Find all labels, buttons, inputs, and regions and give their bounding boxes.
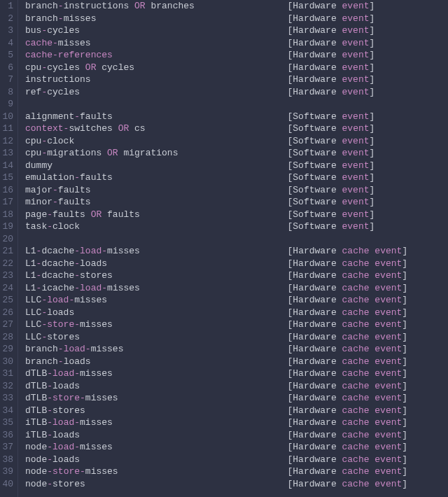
event-name: iTLB-load-misses xyxy=(25,416,113,429)
event-type: [Hardware cache event] xyxy=(288,270,408,282)
code-token: - xyxy=(47,381,52,391)
event-type: [Hardware cache event] xyxy=(288,405,408,417)
line-number: 4 xyxy=(0,37,13,50)
padding xyxy=(91,74,288,86)
padding xyxy=(80,331,287,344)
code-token: event xyxy=(342,38,370,48)
code-token: [Hardware xyxy=(288,283,342,293)
code-token: ] xyxy=(402,381,407,391)
code-line: cpu-cycles OR cycles [Hardware event] xyxy=(25,62,448,74)
code-token: dTLB xyxy=(25,368,47,379)
code-token: branch xyxy=(25,344,58,354)
code-token: [Hardware xyxy=(288,344,342,354)
code-token: misses xyxy=(80,442,113,452)
code-token: [Hardware xyxy=(288,417,342,428)
code-token: faults xyxy=(80,172,113,183)
code-token: ] xyxy=(370,1,375,11)
event-name: instructions xyxy=(25,74,91,86)
code-token: L1 xyxy=(25,258,36,269)
code-token: loads xyxy=(52,454,80,465)
code-token: event xyxy=(342,148,370,158)
code-token: cache event xyxy=(342,479,402,489)
event-name: node-stores xyxy=(25,478,85,491)
code-token: switches xyxy=(69,123,112,134)
padding xyxy=(134,62,287,74)
event-type: [Hardware cache event] xyxy=(288,429,408,442)
padding xyxy=(91,196,288,209)
event-type: [Hardware cache event] xyxy=(288,465,408,478)
code-token: loads xyxy=(64,356,91,367)
code-token: ] xyxy=(402,454,407,465)
padding xyxy=(146,122,288,135)
code-token: cycles xyxy=(47,25,80,36)
padding xyxy=(80,380,287,393)
code-line: cache-misses [Hardware event] xyxy=(25,37,448,50)
code-token: L1 xyxy=(25,270,36,281)
event-name: LLC-stores xyxy=(25,331,80,344)
code-token: misses xyxy=(80,319,113,330)
line-number: 2 xyxy=(0,13,13,25)
code-token: [Software xyxy=(288,148,342,158)
code-token: event xyxy=(342,209,370,220)
event-name: cpu-migrations OR migrations xyxy=(25,147,178,160)
code-line: ref-cycles [Hardware event] xyxy=(25,86,448,99)
event-name: cpu-clock xyxy=(25,135,74,148)
code-token: cache xyxy=(25,38,52,48)
code-line: L1-dcache-stores [Hardware cache event] xyxy=(25,270,448,282)
event-type: [Hardware cache event] xyxy=(288,416,408,429)
code-token: event xyxy=(342,111,370,122)
padding xyxy=(80,86,287,99)
line-number: 20 xyxy=(0,233,13,246)
code-token: ] xyxy=(370,209,375,220)
code-token: faults xyxy=(80,111,113,122)
padding xyxy=(113,318,288,331)
code-token: ] xyxy=(402,430,407,440)
code-token: - xyxy=(52,197,58,207)
code-content[interactable]: branch-instructions OR branches [Hardwar… xyxy=(18,0,448,497)
code-token: [Hardware xyxy=(288,258,342,269)
code-line: iTLB-loads [Hardware cache event] xyxy=(25,429,448,442)
padding xyxy=(113,368,288,380)
code-token: [Hardware xyxy=(288,270,342,281)
code-token: store xyxy=(47,319,74,330)
code-token: [Hardware xyxy=(287,25,342,36)
event-type: [Hardware event] xyxy=(288,0,375,13)
event-name: node-loads xyxy=(25,454,80,466)
code-token: LLC xyxy=(25,295,41,305)
code-token: - xyxy=(58,344,64,354)
code-line: L1-dcache-load-misses [Hardware cache ev… xyxy=(25,245,448,258)
code-line: dTLB-load-misses [Hardware cache event] xyxy=(25,368,448,380)
code-token: [Software xyxy=(288,197,342,207)
code-token: cache event xyxy=(342,466,402,477)
event-type: [Hardware cache event] xyxy=(288,392,408,405)
line-number: 29 xyxy=(0,343,13,356)
event-name: iTLB-loads xyxy=(25,429,80,442)
event-type: [Software event] xyxy=(287,135,374,148)
padding xyxy=(80,429,287,442)
code-token: - xyxy=(52,185,58,195)
code-token: bus xyxy=(25,25,41,36)
code-token: task xyxy=(25,221,47,232)
event-type: [Hardware cache event] xyxy=(288,343,408,356)
code-token: - xyxy=(74,111,80,122)
line-number: 12 xyxy=(0,135,13,148)
event-type: [Hardware cache event] xyxy=(287,331,407,344)
code-token: cache event xyxy=(342,442,402,452)
padding xyxy=(80,220,287,233)
code-token: ] xyxy=(402,417,407,428)
code-token: ] xyxy=(402,393,407,403)
code-token: alignment xyxy=(25,111,74,122)
code-token: load xyxy=(52,417,74,428)
event-name: LLC-load-misses xyxy=(25,294,107,307)
code-token: cpu xyxy=(25,148,41,158)
code-token: event xyxy=(342,13,370,24)
code-token: event xyxy=(342,87,370,97)
code-line xyxy=(25,233,448,246)
code-token: [Hardware xyxy=(288,356,342,367)
event-name: dummy xyxy=(25,160,52,172)
code-token: - xyxy=(47,209,52,220)
code-token: [Hardware xyxy=(288,393,342,403)
padding xyxy=(91,37,288,50)
padding xyxy=(113,416,288,429)
code-token: iTLB xyxy=(25,417,47,428)
